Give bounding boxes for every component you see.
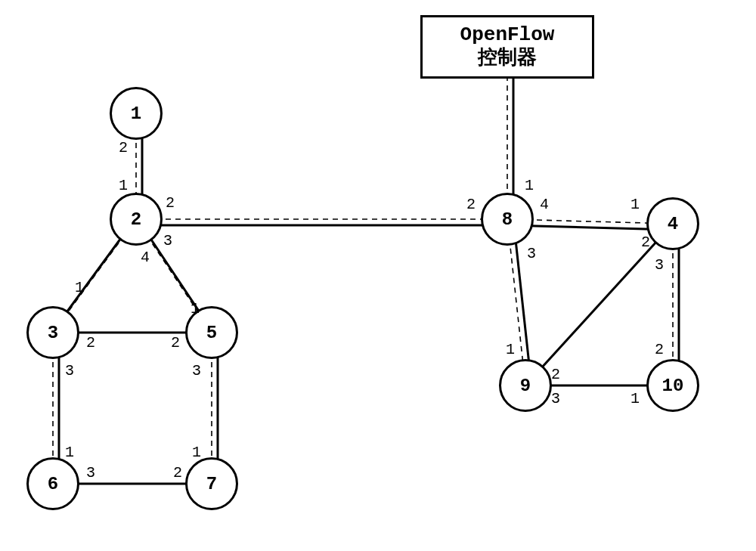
port-label: 1 [506,341,515,358]
port-label: 3 [655,256,664,274]
port-label: 2 [466,196,476,213]
node-10: 10 [646,359,699,412]
node-8: 8 [481,193,534,246]
port-label: 3 [65,362,74,379]
port-label: 1 [191,300,200,317]
port-label: 1 [192,444,201,461]
port-label: 2 [655,341,664,358]
edges-layer [0,0,756,551]
solid-edge-s14 [525,224,673,385]
controller-line1: OpenFlow [436,23,578,47]
port-label: 2 [641,234,650,251]
node-6: 6 [26,457,79,510]
port-label: 3 [551,390,560,407]
port-label: 1 [119,177,128,194]
port-label: 2 [551,366,560,383]
diagram-stage: OpenFlow 控制器 123567849102123411223311321… [0,0,756,551]
port-label: 2 [119,139,128,156]
port-label: 1 [65,444,74,461]
node-9: 9 [499,359,552,412]
port-label: 2 [171,334,180,351]
node-1: 1 [110,87,163,140]
port-label: 1 [525,177,534,194]
port-label: 3 [192,362,201,379]
port-label: 1 [75,279,84,296]
controller-line2: 控制器 [436,47,578,70]
port-label: 1 [631,196,640,213]
port-label: 4 [540,196,549,213]
port-label: 3 [86,464,95,481]
port-label: 2 [86,334,95,351]
port-label: 2 [173,464,182,481]
port-label: 1 [631,390,640,407]
port-label: 3 [163,232,172,249]
node-7: 7 [185,457,238,510]
port-label: 2 [166,194,175,212]
node-3: 3 [26,306,79,359]
openflow-controller-box: OpenFlow 控制器 [420,15,594,79]
node-4: 4 [646,197,699,250]
node-2: 2 [110,193,163,246]
port-label: 3 [527,245,536,262]
port-label: 4 [141,249,150,266]
